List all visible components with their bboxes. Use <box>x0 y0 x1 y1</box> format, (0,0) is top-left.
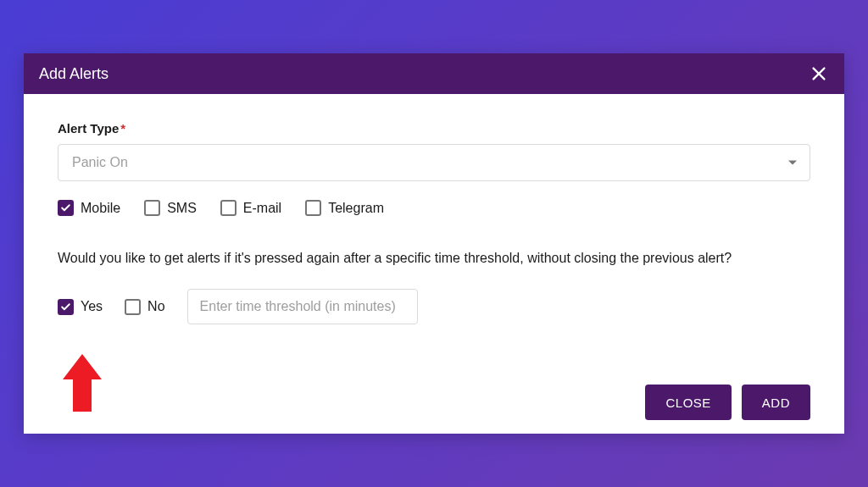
sms-label: SMS <box>167 201 197 216</box>
channel-email: E-mail <box>220 200 281 216</box>
close-icon[interactable] <box>809 64 829 84</box>
threshold-question: Would you like to get alerts if it's pre… <box>58 248 810 268</box>
email-label: E-mail <box>243 201 281 216</box>
channel-telegram: Telegram <box>305 200 384 216</box>
alert-type-select[interactable]: Panic On <box>58 144 810 181</box>
no-checkbox[interactable] <box>125 299 141 315</box>
modal-footer: CLOSE ADD <box>645 385 810 420</box>
alert-type-select-wrapper: Panic On <box>58 144 810 181</box>
yes-option: Yes <box>58 299 103 315</box>
close-button[interactable]: CLOSE <box>645 385 731 420</box>
yes-label: Yes <box>81 299 103 314</box>
telegram-label: Telegram <box>328 201 384 216</box>
add-button[interactable]: ADD <box>742 385 810 420</box>
mobile-checkbox[interactable] <box>58 200 74 216</box>
modal-title: Add Alerts <box>39 65 108 83</box>
alert-type-label: Alert Type* <box>58 121 810 136</box>
no-option: No <box>125 299 164 315</box>
threshold-input[interactable] <box>187 289 418 324</box>
sms-checkbox[interactable] <box>144 200 160 216</box>
no-label: No <box>147 299 164 314</box>
yes-no-row: Yes No <box>58 289 810 324</box>
arrow-up-icon <box>59 352 105 413</box>
channel-sms: SMS <box>144 200 197 216</box>
channel-checkbox-row: Mobile SMS E-mail Telegram <box>58 200 810 216</box>
add-alerts-modal: Add Alerts Alert Type* Panic On Mobile <box>24 53 844 434</box>
modal-body: Alert Type* Panic On Mobile SMS <box>24 94 844 341</box>
yes-checkbox[interactable] <box>58 299 74 315</box>
telegram-checkbox[interactable] <box>305 200 321 216</box>
modal-header: Add Alerts <box>24 53 844 94</box>
email-checkbox[interactable] <box>220 200 236 216</box>
required-asterisk: * <box>120 121 125 136</box>
alert-type-label-text: Alert Type <box>58 121 119 136</box>
channel-mobile: Mobile <box>58 200 120 216</box>
mobile-label: Mobile <box>81 201 120 216</box>
